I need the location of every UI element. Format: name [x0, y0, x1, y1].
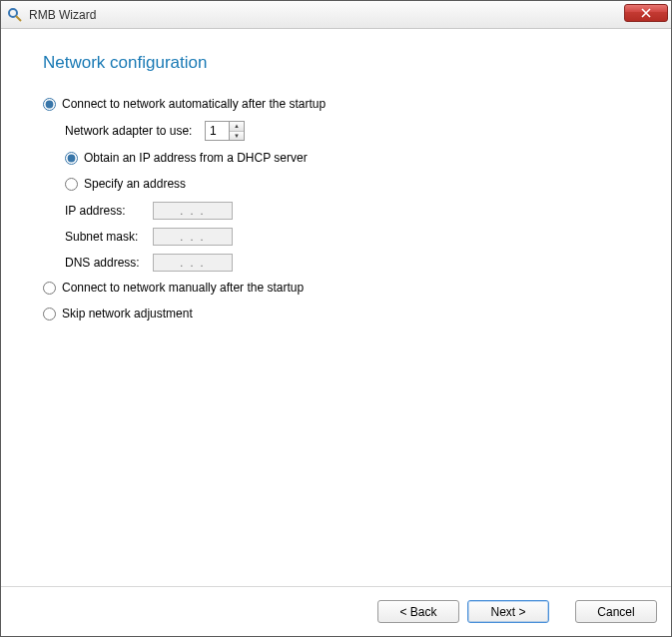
label-auto: Connect to network automatically after t…	[62, 97, 326, 111]
radio-manual[interactable]	[43, 282, 56, 295]
next-button[interactable]: Next >	[467, 600, 549, 623]
spinner-up[interactable]: ▲	[230, 122, 244, 132]
dns-row: DNS address: . . .	[65, 253, 639, 273]
footer: < Back Next > Cancel	[1, 586, 671, 636]
svg-point-0	[9, 9, 17, 17]
window-title: RMB Wizard	[29, 8, 96, 22]
titlebar: RMB Wizard	[1, 1, 671, 29]
radio-specify[interactable]	[65, 178, 78, 191]
radio-auto[interactable]	[43, 98, 56, 111]
page-title: Network configuration	[43, 53, 639, 73]
option-manual-row: Connect to network manually after the st…	[43, 279, 639, 297]
radio-skip[interactable]	[43, 308, 56, 320]
option-auto-row: Connect to network automatically after t…	[43, 95, 639, 113]
dns-label: DNS address:	[65, 256, 153, 270]
spinner-buttons: ▲ ▼	[229, 121, 245, 141]
cancel-button[interactable]: Cancel	[575, 600, 657, 623]
wizard-window: RMB Wizard Network configuration Connect…	[0, 0, 672, 637]
subnet-input[interactable]: . . .	[153, 228, 233, 246]
radio-dhcp[interactable]	[65, 152, 78, 165]
adapter-row: Network adapter to use: ▲ ▼	[65, 121, 639, 141]
ipmode-specify-row: Specify an address	[65, 175, 639, 193]
label-dhcp: Obtain an IP address from a DHCP server	[84, 151, 308, 165]
content-area: Network configuration Connect to network…	[1, 29, 671, 586]
label-specify: Specify an address	[84, 177, 186, 191]
ipmode-dhcp-row: Obtain an IP address from a DHCP server	[65, 149, 639, 167]
adapter-spinner[interactable]: ▲ ▼	[205, 121, 245, 141]
svg-line-1	[16, 16, 21, 21]
ip-label: IP address:	[65, 204, 153, 218]
app-icon	[7, 7, 23, 23]
adapter-input[interactable]	[205, 121, 229, 141]
label-skip: Skip network adjustment	[62, 307, 193, 320]
label-manual: Connect to network manually after the st…	[62, 281, 304, 295]
subnet-row: Subnet mask: . . .	[65, 227, 639, 247]
dns-input[interactable]: . . .	[153, 254, 233, 272]
back-button[interactable]: < Back	[377, 600, 459, 623]
close-icon	[641, 8, 651, 18]
ip-input[interactable]: . . .	[153, 202, 233, 220]
spinner-down[interactable]: ▼	[230, 132, 244, 141]
ip-row: IP address: . . .	[65, 201, 639, 221]
close-button[interactable]	[624, 4, 668, 22]
subnet-label: Subnet mask:	[65, 230, 153, 244]
option-skip-row: Skip network adjustment	[43, 305, 639, 322]
adapter-label: Network adapter to use:	[65, 124, 205, 138]
